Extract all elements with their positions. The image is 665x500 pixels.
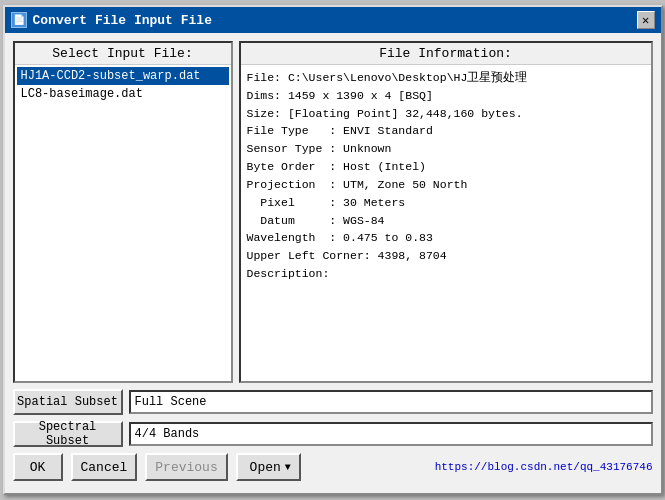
spectral-subset-row: Spectral Subset — [13, 421, 653, 447]
title-bar: 📄 Convert File Input File ✕ — [5, 7, 661, 33]
spatial-subset-row: Spatial Subset — [13, 389, 653, 415]
left-panel-header: Select Input File: — [15, 43, 231, 65]
subsets-area: Spatial Subset Spectral Subset — [13, 389, 653, 447]
window-icon: 📄 — [11, 12, 27, 28]
open-label: Open — [250, 460, 281, 475]
main-window: 📄 Convert File Input File ✕ Select Input… — [3, 5, 663, 495]
spectral-subset-field[interactable] — [129, 422, 653, 446]
open-button[interactable]: Open ▼ — [236, 453, 301, 481]
window-content: Select Input File: HJ1A-CCD2-subset_warp… — [5, 33, 661, 493]
ok-button[interactable]: OK — [13, 453, 63, 481]
list-item[interactable]: LC8-baseimage.dat — [17, 85, 229, 103]
panels-row: Select Input File: HJ1A-CCD2-subset_warp… — [13, 41, 653, 383]
spatial-subset-button[interactable]: Spatial Subset — [13, 389, 123, 415]
cancel-button[interactable]: Cancel — [71, 453, 138, 481]
close-button[interactable]: ✕ — [637, 11, 655, 29]
file-info: File: C:\Users\Lenovo\Desktop\HJ卫星预处理 Di… — [241, 65, 651, 287]
spatial-subset-field[interactable] — [129, 390, 653, 414]
file-list[interactable]: HJ1A-CCD2-subset_warp.dat LC8-baseimage.… — [15, 65, 231, 381]
list-item[interactable]: HJ1A-CCD2-subset_warp.dat — [17, 67, 229, 85]
left-panel: Select Input File: HJ1A-CCD2-subset_warp… — [13, 41, 233, 383]
bottom-buttons: OK Cancel Previous Open ▼ https://blog.c… — [13, 453, 653, 485]
title-bar-left: 📄 Convert File Input File — [11, 12, 212, 28]
right-panel: File Information: File: C:\Users\Lenovo\… — [239, 41, 653, 383]
spectral-subset-button[interactable]: Spectral Subset — [13, 421, 123, 447]
window-title: Convert File Input File — [33, 13, 212, 28]
open-arrow: ▼ — [285, 462, 291, 473]
previous-button[interactable]: Previous — [145, 453, 227, 481]
watermark: https://blog.csdn.net/qq_43176746 — [435, 461, 653, 473]
right-panel-header: File Information: — [241, 43, 651, 65]
